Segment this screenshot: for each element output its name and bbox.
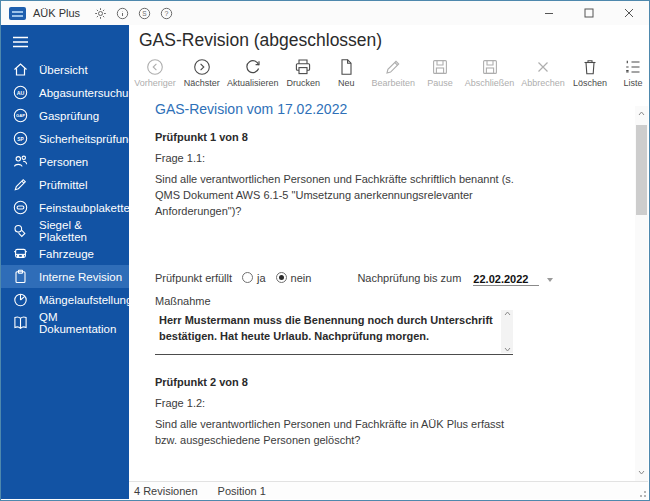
revision-count: 4 Revisionen [134,485,198,497]
printer-icon [293,57,313,77]
revision-heading: GAS-Revision vom 17.02.2022 [155,101,635,117]
app-logo-icon [9,7,26,20]
svg-text:S: S [142,9,147,16]
massnahme-textarea[interactable]: Herr Mustermann muss die Benennung noch … [155,310,513,355]
recheck-label: Nachprüfung bis zum [357,272,461,284]
trash-icon [580,57,600,77]
sidebar-item-interne-revision[interactable]: Interne Revision [1,265,129,288]
new-page-icon [336,57,356,77]
next-circle-icon [192,57,212,77]
massnahme-label: Maßnahme [155,295,635,307]
app-title: AÜK Plus [33,7,80,19]
sidebar-item-personen[interactable]: Personen [1,150,129,173]
pruefpunkt-title: Prüfpunkt 1 von 8 [155,131,635,143]
sp-badge-icon: SP [12,130,29,147]
list-button[interactable]: Liste [618,57,648,88]
radio-nein-circle[interactable] [276,272,287,283]
radio-ja-circle[interactable] [242,272,253,283]
sidebar-item-qm-dokumentation[interactable]: QM Dokumentation [1,311,129,334]
sidebar-item-pruefmittel[interactable]: Prüfmittel [1,173,129,196]
save-disk-icon [480,57,500,77]
svg-text:SP: SP [17,137,24,142]
frage-label: Frage 1.1: [155,152,635,164]
au-badge-icon: AU [12,84,29,101]
chevron-up-icon [504,311,511,316]
sidebar-item-uebersicht[interactable]: Übersicht [1,58,129,81]
radio-ja[interactable]: ja [242,272,266,284]
print-button[interactable]: Drucken [288,57,318,88]
pen-icon [12,176,29,193]
fulfilled-row: Prüfpunkt erfüllt ja nein Nachprüfung bi… [155,270,635,286]
chevron-up-icon [638,111,645,116]
scrollbar-thumb[interactable] [636,125,647,215]
textarea-scrollbar[interactable] [501,310,513,353]
pencil-icon [383,57,403,77]
position-indicator: Position 1 [218,485,266,497]
frage-label: Frage 1.2: [155,397,635,409]
radio-nein[interactable]: nein [276,272,312,284]
refresh-icon [243,57,263,77]
book-icon [12,314,29,331]
pruefpunkt-section-1: Prüfpunkt 1 von 8 Frage 1.1: Sind alle v… [155,131,635,355]
badge-circle-icon [12,199,29,216]
question-text: Sind alle verantwortlichen Personen und … [155,417,523,449]
pie-chart-icon [12,291,29,308]
cancel-button[interactable]: Abbrechen [524,57,562,88]
page-title: GAS-Revision (abgeschlossen) [139,30,648,51]
vehicle-icon [12,245,29,262]
chevron-down-icon [504,347,511,352]
minimize-button[interactable] [529,1,569,25]
x-icon [533,57,553,77]
svg-text:?: ? [165,9,169,16]
svg-text:AU: AU [17,90,25,96]
pruefpunkt-section-2: Prüfpunkt 2 von 8 Frage 1.2: Sind alle v… [155,376,635,481]
close-button[interactable] [609,1,649,25]
s-badge-icon[interactable]: S [138,7,151,20]
scroll-up-button[interactable] [635,106,648,121]
persons-icon [12,153,29,170]
edit-button[interactable]: Bearbeiten [374,57,412,88]
new-button[interactable]: Neu [331,57,361,88]
question-text: Sind alle verantwortlichen Personen und … [155,172,523,220]
app-window: AÜK Plus S ? Übersicht AU Abgasuntersuch… [0,0,650,501]
titlebar: AÜK Plus S ? [1,1,649,25]
sidebar-item-abgasuntersuchung[interactable]: AU Abgasuntersuchung [1,81,129,104]
delete-button[interactable]: Löschen [575,57,605,88]
pruefpunkt-title: Prüfpunkt 2 von 8 [155,376,635,388]
previous-button[interactable]: Vorheriger [137,57,173,88]
sidebar-item-sicherheitspruefung[interactable]: SP Sicherheitsprüfung [1,127,129,150]
resize-grip[interactable] [638,489,646,497]
statusbar: 4 Revisionen Position 1 [129,481,648,499]
info-circle-icon[interactable] [116,7,129,20]
fulfilled-label: Prüfpunkt erfüllt [155,272,232,284]
seal-icon [12,222,29,239]
previous-circle-icon [145,57,165,77]
maximize-button[interactable] [569,1,609,25]
main-panel: GAS-Revision (abgeschlossen) Vorheriger … [129,25,648,481]
settings-gear-icon[interactable] [94,7,107,20]
vertical-scrollbar[interactable] [635,106,648,481]
menu-hamburger-icon[interactable] [1,25,129,58]
gap-badge-icon: GAP [12,107,29,124]
chevron-down-icon[interactable] [547,278,553,282]
save-disk-icon [430,57,450,77]
svg-text:GAP: GAP [16,113,25,118]
toolbar: Vorheriger Nächster Aktualisieren Drucke… [137,57,648,88]
next-button[interactable]: Nächster [186,57,217,88]
recheck-date-field[interactable]: 22.02.2022 [473,270,539,286]
sidebar-item-maengelaufstellung[interactable]: Mängelaufstellung [1,288,129,311]
list-icon [623,57,643,77]
sidebar-item-feinstaubplaketten[interactable]: Feinstaubplaketten [1,196,129,219]
sidebar-item-fahrzeuge[interactable]: Fahrzeuge [1,242,129,265]
chevron-down-icon [638,470,645,475]
clipboard-icon [12,268,29,285]
revision-form: GAS-Revision vom 17.02.2022 Prüfpunkt 1 … [129,91,635,481]
scroll-down-button[interactable] [635,465,648,479]
help-circle-icon[interactable]: ? [160,7,173,20]
finish-button[interactable]: Abschließen [468,57,511,88]
refresh-button[interactable]: Aktualisieren [230,57,275,88]
sidebar-item-siegel-plaketten[interactable]: Siegel & Plaketten [1,219,129,242]
pause-button[interactable]: Pause [425,57,455,88]
sidebar-item-gaspruefung[interactable]: GAP Gasprüfung [1,104,129,127]
home-icon [12,61,29,78]
